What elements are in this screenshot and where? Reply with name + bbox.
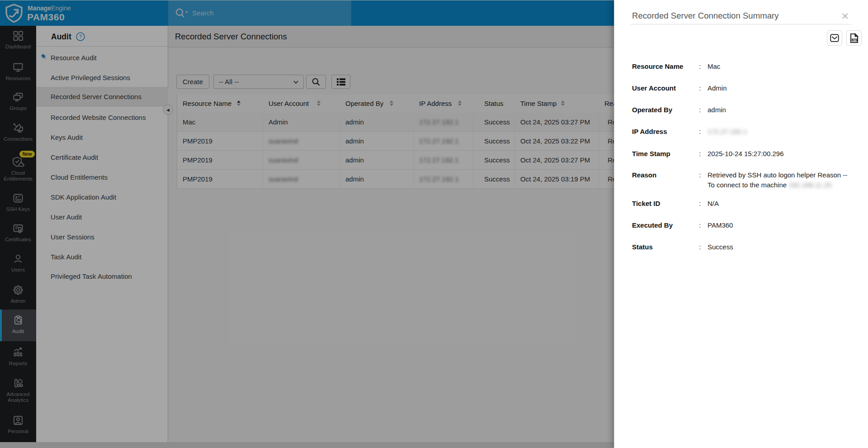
svg-text:PDF: PDF (853, 39, 857, 42)
